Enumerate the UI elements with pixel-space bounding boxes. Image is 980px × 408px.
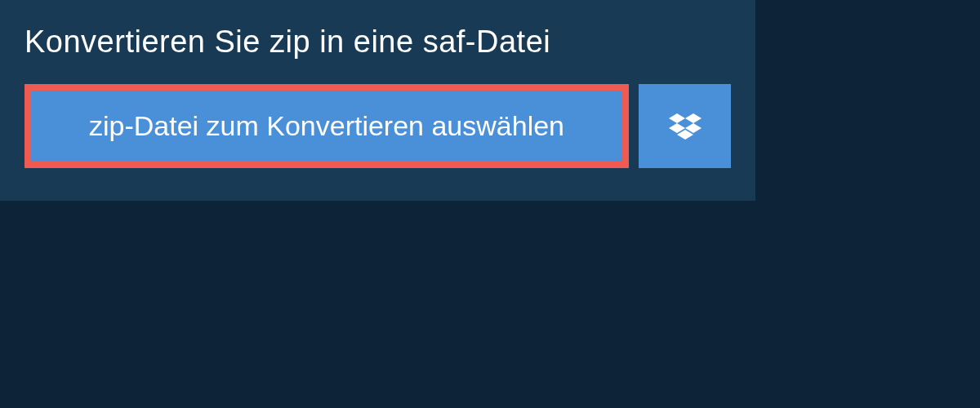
page-title: Konvertieren Sie zip in eine saf-Datei — [24, 24, 550, 60]
button-row: zip-Datei zum Konvertieren auswählen — [24, 84, 731, 168]
select-file-button[interactable]: zip-Datei zum Konvertieren auswählen — [24, 84, 629, 168]
select-file-label: zip-Datei zum Konvertieren auswählen — [89, 110, 564, 142]
title-section: Konvertieren Sie zip in eine saf-Datei — [24, 24, 550, 84]
converter-panel: Konvertieren Sie zip in eine saf-Datei z… — [0, 0, 755, 201]
dropbox-icon — [669, 110, 702, 143]
dropbox-button[interactable] — [639, 84, 731, 168]
